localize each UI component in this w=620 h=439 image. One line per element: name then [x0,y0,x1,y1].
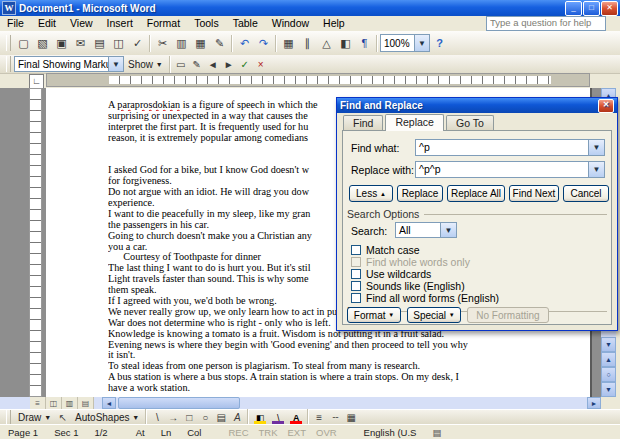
accept-change-icon[interactable]: ✓ [237,57,253,72]
shadow-style-icon[interactable]: ▦ [343,411,359,425]
previous-page-icon[interactable]: ▲ [601,352,616,367]
track-changes-icon[interactable]: ✎ [189,57,205,72]
format-painter-icon[interactable]: ✎ [210,34,229,53]
copy-icon[interactable]: ▥ [172,34,191,53]
line-color-icon[interactable]: \ [269,411,287,425]
show-hide-icon[interactable]: ¶ [355,34,374,53]
replace-button[interactable]: Replace [397,185,443,202]
previous-change-icon[interactable]: ◄ [205,57,221,72]
status-flag[interactable]: TRK [254,427,283,438]
columns-icon[interactable]: ∥ [298,34,317,53]
menu-item[interactable]: Table [226,16,265,31]
toolbar-grip[interactable] [6,56,11,72]
menu-item[interactable]: Help [316,16,352,31]
cut-icon[interactable]: ✂ [153,34,172,53]
insert-comment-icon[interactable]: ▭ [173,57,189,72]
use-wildcards-checkbox[interactable]: Use wildcards [351,268,431,280]
text-box-icon[interactable]: ▤ [213,411,229,425]
print-icon[interactable]: ▤ [90,34,109,53]
show-menu-button[interactable]: Show ▼ [124,56,167,72]
horizontal-ruler[interactable] [46,73,590,87]
line-style-icon[interactable]: ≡ [311,411,327,425]
menu-item[interactable]: File [0,16,31,31]
help-icon[interactable]: ? [430,34,449,53]
zoom-select[interactable]: 100% ▼ [380,34,430,52]
toolbar-grip[interactable] [6,35,11,51]
dialog-title-bar[interactable]: Find and Replace ✕ [337,98,617,113]
chevron-down-icon[interactable]: ▼ [588,162,604,177]
web-layout-view-icon[interactable]: ◫ [46,397,62,409]
sounds-like-checkbox[interactable]: Sounds like (English) [351,280,465,292]
menu-item[interactable]: Edit [31,16,63,31]
tab-find[interactable]: Find [343,115,383,130]
status-flag[interactable]: REC [223,427,253,438]
redo-icon[interactable]: ↷ [254,34,273,53]
email-icon[interactable]: ✉ [71,34,90,53]
close-button[interactable]: ✕ [601,1,618,16]
chevron-down-icon[interactable]: ▼ [414,35,429,51]
menu-item[interactable]: Insert [100,16,140,31]
select-objects-icon[interactable]: ↖ [55,411,71,425]
select-browse-object-icon[interactable]: ○ [601,367,616,382]
scroll-right-icon[interactable]: ► [587,397,601,409]
rectangle-shape-icon[interactable]: □ [181,411,197,425]
cancel-button[interactable]: Cancel [563,185,609,202]
font-color-icon[interactable]: A [287,411,305,425]
oval-shape-icon[interactable]: ○ [197,411,213,425]
chevron-down-icon[interactable]: ▼ [108,57,123,71]
new-document-icon[interactable]: ▢ [14,34,33,53]
print-preview-icon[interactable]: ◫ [109,34,128,53]
ask-question-input[interactable]: Type a question for help [486,16,606,31]
maximize-button[interactable]: □ [583,1,600,16]
arrow-shape-icon[interactable]: → [165,411,181,425]
display-for-review-select[interactable]: Final Showing Markup ▼ [14,56,124,72]
status-flag[interactable]: OVR [311,427,342,438]
spelling-icon[interactable]: ✓ [128,34,147,53]
checkbox-icon[interactable] [351,245,361,255]
horizontal-scrollbar[interactable]: ≡ ◫ ▥ ▤ ◄ ► [0,397,601,409]
special-button[interactable]: Special ▼ [407,307,461,323]
search-direction-select[interactable]: All ▼ [395,222,457,238]
wordart-icon[interactable]: A [229,411,245,425]
scroll-left-icon[interactable]: ◄ [102,397,116,409]
tab-replace[interactable]: Replace [385,114,444,131]
fill-color-icon[interactable]: ◧ [251,411,269,425]
tab-stop-selector[interactable]: ∟ [29,74,44,89]
status-flag[interactable]: EXT [283,427,311,438]
chevron-down-icon[interactable]: ▼ [588,140,604,155]
vertical-ruler[interactable] [29,88,42,397]
menu-item[interactable]: Window [265,16,316,31]
next-page-icon[interactable]: ▼ [601,382,616,397]
dash-style-icon[interactable]: ╌ [327,411,343,425]
replace-all-button[interactable]: Replace All [447,185,505,202]
open-icon[interactable]: ▧ [33,34,52,53]
chevron-down-icon[interactable]: ▼ [440,223,456,237]
horizontal-scroll-thumb[interactable] [118,397,240,409]
save-icon[interactable]: ▣ [52,34,71,53]
minimize-button[interactable]: _ [565,1,582,16]
document-map-icon[interactable]: ◧ [336,34,355,53]
normal-view-icon[interactable]: ≡ [30,397,46,409]
menu-item[interactable]: Tools [187,16,226,31]
tab-go-to[interactable]: Go To [446,115,494,130]
insert-table-icon[interactable]: ▦ [279,34,298,53]
dialog-close-icon[interactable]: ✕ [598,99,614,113]
next-change-icon[interactable]: ► [221,57,237,72]
undo-icon[interactable]: ↶ [235,34,254,53]
paste-icon[interactable]: ▦ [191,34,210,53]
drawing-icon[interactable]: △ [317,34,336,53]
find-what-input[interactable]: ^p ▼ [415,139,605,156]
outline-view-icon[interactable]: ▤ [78,397,94,409]
checkbox-icon[interactable] [351,269,361,279]
reject-change-icon[interactable]: × [253,57,269,72]
print-layout-view-icon[interactable]: ▥ [62,397,78,409]
scroll-down-icon[interactable]: ▼ [601,337,616,352]
line-shape-icon[interactable]: \ [149,411,165,425]
match-case-checkbox[interactable]: Match case [351,244,420,256]
word-forms-checkbox[interactable]: Find all word forms (English) [351,292,499,304]
checkbox-icon[interactable] [351,281,361,291]
replace-with-input[interactable]: ^p^p ▼ [415,161,605,178]
checkbox-icon[interactable] [351,293,361,303]
less-button[interactable]: Less ▲ [349,185,393,202]
menu-item[interactable]: Format [140,16,187,31]
